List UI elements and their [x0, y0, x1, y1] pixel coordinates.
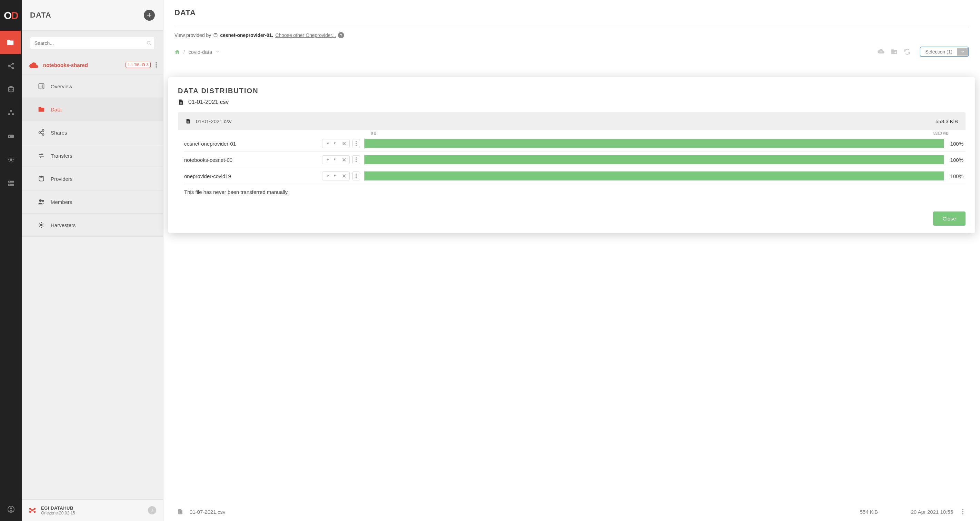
choose-provider-link[interactable]: Choose other Oneprovider... — [275, 32, 336, 38]
rail-storage[interactable] — [0, 172, 22, 195]
chevron-down-icon[interactable] — [216, 50, 220, 54]
members-icon — [38, 198, 45, 206]
space-menu-button[interactable] — [153, 62, 159, 68]
scale-min: 0 B — [371, 131, 376, 135]
svg-point-2 — [12, 67, 14, 69]
home-icon[interactable] — [175, 49, 180, 54]
download-in-icon[interactable] — [325, 174, 330, 178]
nav-harvesters[interactable]: Harvesters — [22, 213, 163, 237]
svg-point-39 — [356, 159, 357, 161]
svg-point-1 — [8, 65, 10, 67]
modal-title: DATA DISTRIBUTION — [178, 87, 966, 95]
refresh-button[interactable] — [904, 48, 911, 55]
rail-tokens[interactable] — [0, 124, 22, 148]
svg-point-35 — [356, 141, 357, 142]
svg-point-23 — [39, 132, 41, 134]
folder-icon — [38, 105, 45, 113]
footer-title: EGI DATAHUB — [41, 505, 143, 511]
svg-point-17 — [142, 64, 145, 65]
download-out-icon[interactable] — [333, 157, 338, 162]
provider-menu-0[interactable] — [352, 139, 360, 148]
rail-user[interactable] — [0, 497, 22, 521]
space-item[interactable]: notebooks-shared 1.1 TiB 3 — [22, 55, 163, 75]
rail-shares[interactable] — [0, 54, 22, 78]
nav-overview[interactable]: Overview — [22, 75, 163, 98]
footer-subtitle: Onezone 20.02.15 — [41, 511, 143, 515]
info-button[interactable]: i — [148, 506, 156, 515]
user-icon — [7, 505, 15, 513]
svg-point-40 — [356, 161, 357, 163]
app-logo: OD — [0, 0, 22, 31]
cluster-icon — [7, 109, 15, 116]
upload-button[interactable] — [878, 48, 885, 55]
file-menu-button[interactable] — [959, 509, 966, 515]
main-content: DATA View provided by cesnet-oneprovider… — [164, 0, 980, 521]
close-icon[interactable] — [342, 157, 347, 162]
provider-name-0: cesnet-oneprovider-01 — [184, 141, 322, 147]
provider-pct-1: 100% — [948, 157, 966, 163]
close-icon[interactable] — [342, 174, 347, 178]
nav-shares[interactable]: Shares — [22, 121, 163, 144]
provider-bar-0 — [364, 139, 944, 149]
svg-rect-10 — [8, 181, 14, 183]
rail-data[interactable] — [0, 31, 22, 54]
file-name: 01-07-2021.csv — [190, 509, 830, 515]
svg-point-20 — [156, 66, 157, 68]
nav-data[interactable]: Data — [22, 98, 163, 121]
download-out-icon[interactable] — [333, 174, 338, 178]
database-mini-icon — [142, 63, 145, 67]
upload-icon — [878, 48, 885, 55]
nav-members[interactable]: Members — [22, 190, 163, 213]
search-input[interactable] — [30, 37, 155, 49]
selection-chip: Selection (1) — [920, 46, 969, 57]
rail-harvest[interactable] — [0, 148, 22, 172]
selection-dropdown-button[interactable] — [957, 48, 968, 56]
download-out-icon[interactable] — [333, 141, 338, 146]
download-in-icon[interactable] — [325, 157, 330, 162]
share-icon — [38, 129, 45, 136]
new-folder-button[interactable] — [891, 48, 897, 55]
provider-bar-2 — [364, 171, 944, 181]
new-folder-icon — [891, 48, 897, 55]
share-icon — [7, 62, 15, 70]
close-button[interactable]: Close — [933, 212, 966, 226]
file-icon — [186, 118, 191, 124]
close-icon[interactable] — [342, 141, 347, 146]
provider-menu-2[interactable] — [352, 172, 360, 180]
download-in-icon[interactable] — [325, 141, 330, 146]
breadcrumb: / covid-data — [175, 49, 220, 55]
help-icon[interactable]: ? — [338, 32, 344, 38]
file-size: 554 KiB — [837, 509, 878, 515]
svg-point-44 — [962, 509, 963, 510]
breadcrumb-folder[interactable]: covid-data — [188, 49, 212, 55]
svg-point-22 — [42, 130, 44, 131]
kebab-icon — [356, 157, 357, 162]
provider-pct-2: 100% — [948, 173, 966, 179]
file-row[interactable]: 01-07-2021.csv 554 KiB 20 Apr 2021 10:55 — [164, 502, 980, 521]
cloud-icon — [29, 61, 38, 69]
add-space-button[interactable] — [144, 10, 155, 21]
svg-point-24 — [42, 134, 44, 135]
svg-point-25 — [39, 176, 43, 178]
kebab-icon — [962, 509, 963, 515]
svg-point-45 — [962, 511, 963, 512]
refresh-icon — [904, 48, 911, 55]
page-title: DATA — [175, 8, 969, 17]
space-name: notebooks-shared — [43, 62, 126, 68]
svg-point-34 — [214, 33, 217, 35]
provider-menu-1[interactable] — [352, 155, 360, 164]
nav-providers[interactable]: Providers — [22, 167, 163, 190]
nav-transfers[interactable]: Transfers — [22, 144, 163, 167]
svg-point-42 — [356, 175, 357, 177]
rail-databases[interactable] — [0, 78, 22, 101]
svg-point-5 — [8, 113, 10, 115]
scale-max: 553.3 KiB — [934, 131, 948, 135]
svg-point-46 — [962, 513, 963, 515]
svg-rect-11 — [8, 184, 14, 186]
database-icon — [7, 86, 15, 93]
provider-pct-0: 100% — [948, 141, 966, 147]
svg-point-3 — [8, 86, 13, 88]
overview-icon — [38, 83, 45, 90]
svg-point-9 — [10, 158, 12, 161]
rail-clusters[interactable] — [0, 101, 22, 124]
